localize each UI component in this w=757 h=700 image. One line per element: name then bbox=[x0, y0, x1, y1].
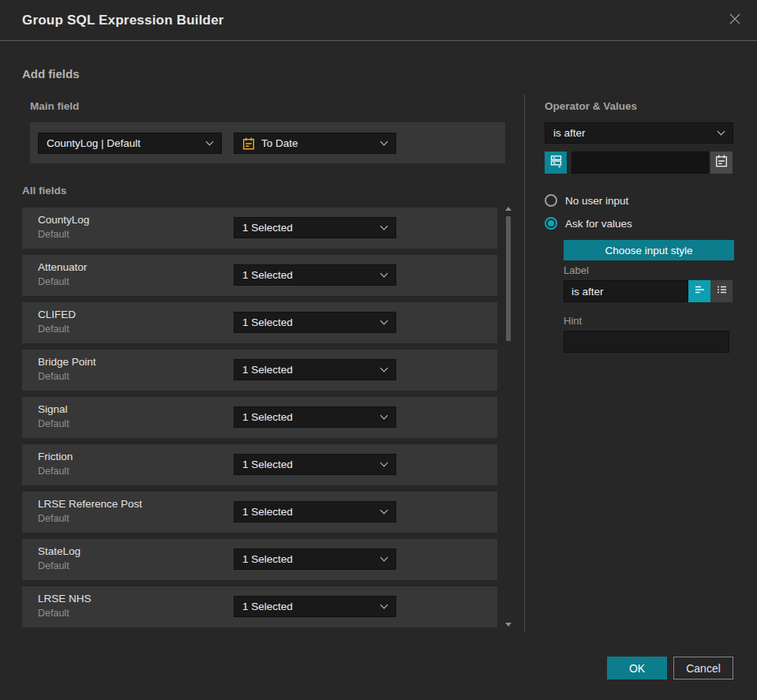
field-type: Default bbox=[38, 229, 69, 240]
value-date-input[interactable] bbox=[571, 152, 709, 174]
all-fields-heading: All fields bbox=[22, 185, 66, 197]
ok-button[interactable]: OK bbox=[607, 657, 667, 679]
field-selection-select[interactable]: 1 Selected bbox=[234, 454, 396, 475]
chevron-down-icon bbox=[380, 601, 388, 608]
field-type: Default bbox=[38, 560, 69, 571]
field-selection-value: 1 Selected bbox=[242, 601, 293, 612]
field-name: StateLog bbox=[38, 545, 81, 557]
field-selection-select[interactable]: 1 Selected bbox=[234, 359, 396, 380]
field-selection-select[interactable]: 1 Selected bbox=[234, 406, 396, 428]
main-field-select-value: CountyLog | Default bbox=[47, 137, 141, 149]
input-style-single-line-toggle[interactable] bbox=[688, 280, 710, 302]
radio-circle-icon bbox=[545, 194, 557, 207]
main-field-date-select[interactable]: To Date bbox=[234, 133, 396, 154]
field-type: Default bbox=[38, 513, 69, 524]
bulleted-list-icon bbox=[716, 284, 728, 298]
scrollbar-up-arrow-icon[interactable] bbox=[505, 207, 512, 211]
radio-label: Ask for values bbox=[565, 218, 632, 230]
field-name: LRSE NHS bbox=[38, 593, 92, 605]
group-sql-expression-builder-dialog: Group SQL Expression Builder Add fields … bbox=[0, 0, 757, 700]
radio-label: No user input bbox=[565, 195, 628, 207]
field-selection-select[interactable]: 1 Selected bbox=[234, 548, 396, 570]
main-field-bar: CountyLog | Default To Date bbox=[30, 122, 505, 163]
close-button[interactable] bbox=[725, 11, 744, 30]
field-selection-value: 1 Selected bbox=[242, 316, 293, 328]
field-type: Default bbox=[38, 608, 69, 619]
chevron-down-icon bbox=[380, 364, 388, 372]
field-row-lrse-reference-post: LRSE Reference Post Default 1 Selected bbox=[22, 492, 497, 533]
field-type: Default bbox=[38, 371, 69, 382]
field-row-bridge-point: Bridge Point Default 1 Selected bbox=[22, 350, 497, 391]
label-field-caption: Label bbox=[564, 264, 589, 276]
scrollbar-thumb[interactable] bbox=[506, 216, 511, 341]
field-selection-value: 1 Selected bbox=[242, 222, 293, 234]
chevron-down-icon bbox=[380, 506, 388, 514]
field-name: CLIFED bbox=[38, 309, 76, 320]
radio-circle-selected-icon bbox=[545, 217, 557, 230]
field-selection-value: 1 Selected bbox=[242, 553, 293, 565]
align-left-lines-icon bbox=[694, 284, 706, 298]
field-selection-select[interactable]: 1 Selected bbox=[234, 217, 396, 238]
field-selection-select[interactable]: 1 Selected bbox=[234, 264, 396, 286]
field-selection-value: 1 Selected bbox=[242, 411, 293, 423]
operator-select[interactable]: is after bbox=[545, 122, 733, 144]
field-selection-value: 1 Selected bbox=[242, 506, 293, 518]
field-row-signal: Signal Default 1 Selected bbox=[22, 397, 497, 438]
field-type: Default bbox=[38, 276, 69, 287]
field-type: Default bbox=[38, 418, 69, 429]
chevron-down-icon bbox=[380, 411, 388, 419]
field-selection-value: 1 Selected bbox=[242, 364, 293, 376]
field-selection-select[interactable]: 1 Selected bbox=[234, 312, 396, 333]
chevron-down-icon bbox=[380, 459, 388, 466]
chevron-down-icon bbox=[380, 553, 388, 561]
field-row-lrse-nhs: LRSE NHS Default 1 Selected bbox=[22, 586, 497, 627]
chevron-down-icon bbox=[380, 137, 388, 145]
cancel-button[interactable]: Cancel bbox=[673, 657, 733, 679]
scrollbar-down-arrow-icon[interactable] bbox=[505, 623, 512, 627]
field-name: Friction bbox=[38, 451, 73, 462]
main-field-date-value: To Date bbox=[261, 137, 298, 149]
field-row-friction: Friction Default 1 Selected bbox=[22, 444, 497, 485]
field-name: Attenuator bbox=[38, 261, 87, 273]
label-input[interactable] bbox=[564, 280, 688, 302]
value-source-button[interactable] bbox=[545, 152, 567, 174]
field-selection-value: 1 Selected bbox=[242, 459, 293, 470]
field-row-countylog: CountyLog Default 1 Selected bbox=[22, 208, 497, 249]
panel-divider bbox=[524, 95, 525, 631]
add-fields-heading: Add fields bbox=[22, 67, 80, 80]
dialog-header: Group SQL Expression Builder bbox=[0, 0, 757, 41]
dialog-title: Group SQL Expression Builder bbox=[22, 0, 224, 41]
field-row-attenuator: Attenuator Default 1 Selected bbox=[22, 255, 497, 296]
calendar-icon bbox=[242, 137, 255, 150]
field-name: Bridge Point bbox=[38, 356, 96, 368]
choose-input-style-button[interactable]: Choose input style bbox=[564, 240, 734, 260]
chevron-down-icon bbox=[380, 269, 388, 277]
close-icon bbox=[728, 12, 742, 29]
field-selection-select[interactable]: 1 Selected bbox=[234, 596, 396, 617]
main-field-heading: Main field bbox=[30, 100, 79, 112]
field-name: CountyLog bbox=[38, 214, 89, 226]
field-type: Default bbox=[38, 466, 69, 477]
field-type: Default bbox=[38, 324, 69, 335]
main-field-select[interactable]: CountyLog | Default bbox=[38, 133, 222, 154]
chevron-down-icon bbox=[380, 222, 388, 230]
date-picker-button[interactable] bbox=[710, 152, 733, 174]
field-row-clifed: CLIFED Default 1 Selected bbox=[22, 302, 497, 343]
operator-values-heading: Operator & Values bbox=[545, 100, 637, 112]
all-fields-list: CountyLog Default 1 Selected Attenuator … bbox=[22, 208, 497, 634]
field-name: LRSE Reference Post bbox=[38, 498, 142, 510]
operator-select-value: is after bbox=[553, 127, 586, 139]
field-selection-value: 1 Selected bbox=[242, 269, 293, 281]
hint-field-caption: Hint bbox=[564, 315, 582, 327]
stacked-values-icon bbox=[549, 154, 563, 171]
field-selection-select[interactable]: 1 Selected bbox=[234, 501, 396, 522]
radio-ask-for-values[interactable]: Ask for values bbox=[545, 216, 632, 230]
input-style-list-toggle[interactable] bbox=[710, 280, 733, 302]
field-name: Signal bbox=[38, 403, 68, 415]
hint-input[interactable] bbox=[564, 331, 729, 353]
radio-no-user-input[interactable]: No user input bbox=[545, 193, 628, 208]
chevron-down-icon bbox=[380, 316, 388, 324]
calendar-icon bbox=[715, 155, 728, 170]
field-row-statelog: StateLog Default 1 Selected bbox=[22, 539, 497, 580]
chevron-down-icon bbox=[718, 127, 725, 135]
